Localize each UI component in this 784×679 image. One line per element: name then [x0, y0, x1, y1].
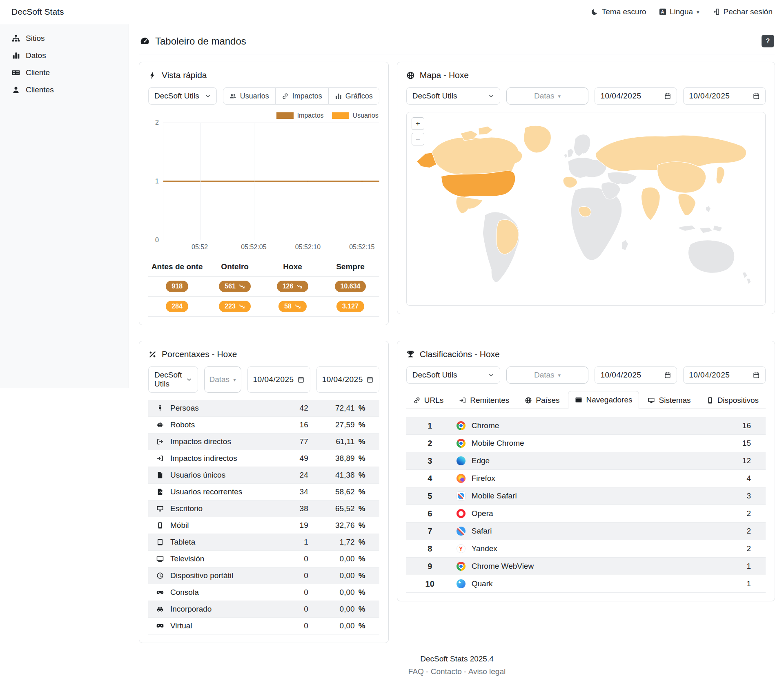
- site-select[interactable]: DecSoft Utils: [148, 87, 217, 105]
- world-map[interactable]: + −: [406, 112, 766, 306]
- tab-países[interactable]: Países: [518, 391, 566, 409]
- percent-row-label: Impactos indirectos: [170, 454, 276, 463]
- stat-cell: 3.127: [321, 301, 379, 312]
- view-button-gráficos[interactable]: Gráficos: [328, 87, 379, 105]
- footer-links: FAQ - Contacto - Aviso legal: [139, 667, 775, 676]
- sidebar-item-datos[interactable]: Datos: [0, 47, 129, 64]
- language-menu[interactable]: A Lingua ▾: [659, 7, 699, 16]
- caret-down-icon: ▾: [233, 377, 236, 383]
- percent-row-label: Robots: [170, 420, 276, 429]
- world-map-svg[interactable]: [407, 112, 765, 305]
- percent-row: Televisión00,00 %: [148, 551, 379, 567]
- percentages-site-select[interactable]: DecSoft Utils: [148, 366, 198, 393]
- rankings-site-select[interactable]: DecSoft Utils: [406, 366, 500, 384]
- percent-glyph: %: [359, 605, 365, 613]
- logout-button[interactable]: Pechar sesión: [713, 7, 773, 16]
- tab-navegadores[interactable]: Navegadores: [568, 391, 639, 409]
- calendar-icon: [664, 371, 671, 379]
- map-datas-dropdown[interactable]: Datas ▾: [506, 87, 589, 105]
- y-tick-label: 0: [155, 237, 159, 244]
- percent-glyph: %: [359, 487, 365, 496]
- rank-number: 8: [410, 544, 450, 554]
- tab-remitentes[interactable]: Remitentes: [452, 391, 516, 409]
- moon-icon: [591, 8, 598, 16]
- file-icon: [154, 471, 166, 479]
- stat-value: 561: [225, 283, 236, 290]
- percent-row: Tableta11,72 %: [148, 534, 379, 551]
- ranking-row: 9Chrome WebView1: [406, 558, 766, 575]
- footer-link-faq[interactable]: FAQ: [408, 667, 424, 676]
- ranking-count: 2: [717, 509, 762, 518]
- rankings-date-from-input[interactable]: 10/04/2025: [595, 366, 677, 384]
- percent-row-value: 16: [280, 420, 308, 429]
- percent-glyph: %: [359, 538, 365, 546]
- rank-number: 1: [410, 421, 450, 431]
- percent-row-percent: 65,52 %: [312, 504, 374, 513]
- help-button[interactable]: ?: [762, 35, 774, 47]
- footer-link-aviso-legal[interactable]: Aviso legal: [468, 667, 506, 676]
- map-zoom-out-button[interactable]: −: [412, 133, 424, 145]
- view-button-impactos[interactable]: Impactos: [275, 87, 329, 105]
- percent-glyph: %: [359, 404, 365, 412]
- tab-label: Dispositivos: [717, 396, 759, 405]
- legend-item-usuarios[interactable]: Usuarios: [332, 112, 379, 119]
- tab-urls[interactable]: URLs: [406, 391, 451, 409]
- view-button-usuarios[interactable]: Usuarios: [223, 87, 276, 105]
- map-date-from-input[interactable]: 10/04/2025: [595, 87, 677, 105]
- map-zoom-in-button[interactable]: +: [412, 117, 424, 130]
- tab-sistemas[interactable]: Sistemas: [641, 391, 697, 409]
- footer-link-contacto[interactable]: Contacto: [431, 667, 462, 676]
- stat-value: 58: [284, 303, 292, 310]
- y-tick-label: 1: [155, 178, 159, 185]
- sidebar-item-clientes[interactable]: Clientes: [0, 81, 129, 98]
- app-brand[interactable]: DecSoft Stats: [11, 7, 64, 17]
- percentages-table: Persoas4272,41 %Robots1627,59 %Impactos …: [148, 400, 379, 634]
- link-icon: [413, 397, 421, 404]
- usuarios-stat-badge: 3.127: [336, 301, 364, 312]
- percent-glyph: %: [359, 554, 365, 563]
- legend-item-impactos[interactable]: Impactos: [276, 112, 324, 119]
- calendar-icon: [753, 371, 760, 379]
- chart-gridline: [163, 123, 379, 123]
- percent-row-label: Virtual: [170, 621, 276, 630]
- percentages-date-to-input[interactable]: 10/04/2025: [316, 366, 379, 393]
- percentages-datas-dropdown[interactable]: Datas ▾: [204, 366, 241, 393]
- percent-row: Consola00,00 %: [148, 584, 379, 601]
- percent-icon: [148, 350, 157, 359]
- theme-toggle[interactable]: Tema escuro: [591, 7, 646, 16]
- percent-row-label: Televisión: [170, 554, 276, 563]
- percent-row-value: 1: [280, 538, 308, 547]
- percent-row-label: Tableta: [170, 538, 276, 547]
- chart-x-axis: 05:5205:52:0505:52:1005:52:15: [163, 240, 379, 252]
- language-icon: A: [659, 9, 666, 15]
- calendar-icon: [753, 92, 760, 100]
- map-date-to-input[interactable]: 10/04/2025: [683, 87, 766, 105]
- sidebar-item-sitios[interactable]: Sitios: [0, 30, 129, 47]
- percent-row-percent: 0,00 %: [312, 605, 374, 614]
- trend-down-icon: [239, 304, 245, 310]
- percent-row: Robots1627,59 %: [148, 417, 379, 433]
- legend-label: Usuarios: [353, 112, 379, 119]
- tab-dispositivos[interactable]: Dispositivos: [699, 391, 766, 409]
- percent-row: Impactos directos7761,11 %: [148, 433, 379, 450]
- ranking-label: Edge: [472, 456, 717, 465]
- map-site-select[interactable]: DecSoft Utils: [406, 87, 500, 105]
- rankings-datas-dropdown[interactable]: Datas ▾: [506, 366, 589, 384]
- rankings-date-to-input[interactable]: 10/04/2025: [683, 366, 766, 384]
- user-icon: [11, 86, 20, 94]
- ranking-row: 5Mobile Safari3: [406, 487, 766, 505]
- tachometer-icon: [140, 36, 150, 46]
- desktop-icon: [648, 397, 655, 404]
- ranking-label: Mobile Safari: [472, 491, 717, 500]
- rank-number: 10: [410, 579, 450, 589]
- percent-row: Incorporado00,00 %: [148, 601, 379, 618]
- percent-glyph: %: [359, 454, 365, 462]
- percent-row-percent: 72,41 %: [312, 404, 374, 413]
- sidebar-item-cliente[interactable]: Cliente: [0, 64, 129, 81]
- ranking-label: Firefox: [472, 474, 717, 483]
- stat-cell: 126: [264, 281, 321, 292]
- percentages-date-from-input[interactable]: 10/04/2025: [247, 366, 310, 393]
- percent-row-label: Consola: [170, 588, 276, 597]
- y-tick-label: 2: [155, 119, 159, 126]
- ranking-count: 15: [717, 439, 762, 448]
